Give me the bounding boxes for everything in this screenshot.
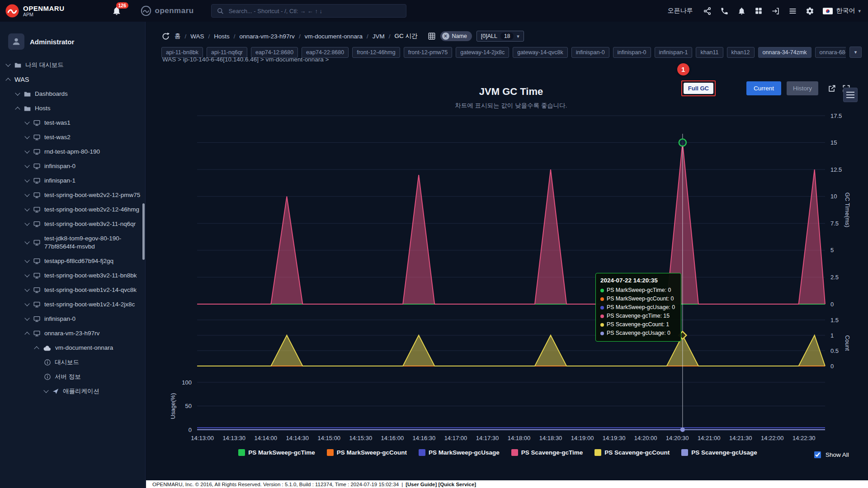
sidebar-item-label: test-was1 bbox=[44, 119, 71, 127]
gear-icon[interactable] bbox=[806, 7, 814, 15]
remove-filter-icon[interactable]: × bbox=[442, 33, 449, 40]
sidebar-item[interactable]: test-spring-boot-web3v2-11-nq6qr bbox=[0, 217, 145, 231]
tags-dropdown-button[interactable]: ▾ bbox=[849, 47, 862, 58]
sidebar-item[interactable]: test-was1 bbox=[0, 116, 145, 130]
jvm-gc-chart[interactable]: 02.557.51012.51517.5GC Time(ms)00.511.5C… bbox=[168, 108, 850, 445]
chevron-down-icon[interactable] bbox=[24, 119, 29, 124]
chevron-down-icon[interactable] bbox=[43, 388, 48, 393]
sidebar-item[interactable]: test-spring-boot-web2v2-12-46hmg bbox=[0, 202, 145, 217]
search-input[interactable] bbox=[228, 7, 401, 15]
sidebar-item[interactable]: Dashboards bbox=[0, 87, 145, 101]
tooltip-row: PS MarkSweep-gcCount: 0 bbox=[600, 295, 676, 303]
chevron-down-icon[interactable] bbox=[24, 315, 29, 320]
signout-icon[interactable] bbox=[771, 7, 780, 15]
chevron-up-icon[interactable] bbox=[5, 78, 10, 83]
sidebar-item[interactable]: 나의 대시보드 bbox=[0, 58, 145, 72]
chevron-up-icon[interactable] bbox=[34, 346, 39, 351]
chevron-up-icon[interactable] bbox=[15, 107, 20, 112]
show-all-checkbox[interactable] bbox=[814, 451, 821, 458]
tag-chip[interactable]: onnara-68-8db4h bbox=[815, 47, 846, 58]
show-all-toggle[interactable]: Show All bbox=[812, 450, 849, 460]
sidebar-item[interactable]: test-jdk8-tom9-egov-80-190-77bf8564f4-ms… bbox=[0, 231, 145, 254]
open-in-new-icon[interactable] bbox=[827, 84, 836, 93]
global-search[interactable] bbox=[211, 4, 406, 18]
breadcrumb-item[interactable]: GC 시간 bbox=[394, 32, 417, 40]
bell-icon[interactable] bbox=[737, 7, 746, 15]
sidebar-item[interactable]: testapp-6f8cd67b94-fj2gq bbox=[0, 254, 145, 268]
svg-text:0.5: 0.5 bbox=[830, 347, 839, 354]
sidebar-item[interactable]: onnara-vm-23-h97rv bbox=[0, 326, 145, 341]
all-selector[interactable]: [0]ALL 18 ▾ bbox=[476, 31, 524, 42]
chevron-down-icon[interactable] bbox=[24, 286, 29, 291]
chevron-down-icon[interactable] bbox=[15, 90, 20, 95]
brand[interactable]: OPENMARU APM bbox=[5, 4, 65, 18]
phone-icon[interactable] bbox=[720, 7, 729, 15]
history-button[interactable]: History bbox=[787, 81, 818, 95]
sidebar-item[interactable]: test-spring-boot-web1v2-14-qvc8k bbox=[0, 283, 145, 297]
chevron-down-icon[interactable] bbox=[5, 61, 10, 66]
tag-chip[interactable]: khan11 bbox=[696, 47, 723, 58]
chevron-down-icon[interactable] bbox=[24, 301, 29, 306]
sidebar-item[interactable]: 서버 정보 bbox=[0, 370, 145, 384]
language-selector[interactable]: 한국어 ▾ bbox=[823, 7, 861, 15]
chevron-down-icon[interactable] bbox=[24, 239, 29, 244]
tag-chip[interactable]: infinispan-0 bbox=[571, 47, 609, 58]
sidebar-item[interactable]: WAS bbox=[0, 72, 145, 87]
chevron-up-icon[interactable] bbox=[24, 332, 29, 337]
sidebar-scrollbar[interactable] bbox=[142, 203, 145, 260]
tag-chip[interactable]: onnara-34-74zmk bbox=[758, 47, 811, 58]
footer-links[interactable]: [User Guide] [Quick Service] bbox=[406, 482, 476, 487]
breadcrumb-item[interactable]: JVM bbox=[373, 33, 385, 40]
user-panel[interactable]: Administrator bbox=[0, 22, 145, 58]
chevron-down-icon[interactable] bbox=[24, 206, 29, 211]
tag-chip[interactable]: gateway-14-qvc8k bbox=[513, 47, 567, 58]
tag-chip[interactable]: infinispan-0 bbox=[613, 47, 651, 58]
tag-chip[interactable]: khan12 bbox=[727, 47, 755, 58]
chevron-down-icon[interactable] bbox=[24, 221, 29, 225]
legend-item[interactable]: PS MarkSweep-gcUsage bbox=[419, 449, 500, 456]
chevron-down-icon[interactable] bbox=[24, 163, 29, 168]
chevron-down-icon[interactable] bbox=[24, 134, 29, 139]
breadcrumb-item[interactable]: vm-document-onnara bbox=[305, 33, 363, 40]
sidebar-item[interactable]: rnd-test-apm-80-190 bbox=[0, 145, 145, 159]
chevron-down-icon[interactable] bbox=[24, 148, 29, 153]
legend-item[interactable]: PS Scavenge-gcCount bbox=[594, 449, 670, 456]
menu-icon[interactable] bbox=[788, 7, 797, 15]
tag-chip[interactable]: front-12-46hmg bbox=[352, 47, 400, 58]
full-gc-button[interactable]: Full GC bbox=[684, 83, 713, 94]
breadcrumb-item[interactable]: onnara-vm-23-h97rv bbox=[240, 33, 295, 40]
current-button[interactable]: Current bbox=[746, 81, 781, 95]
sidebar-item[interactable]: vm-document-onnara bbox=[0, 341, 145, 355]
sidebar-item[interactable]: test-spring-boot-web2v2-12-pmw75 bbox=[0, 188, 145, 202]
chevron-down-icon[interactable] bbox=[24, 258, 29, 263]
breadcrumb-item[interactable]: WAS bbox=[190, 33, 204, 40]
breadcrumb-item[interactable]: Hosts bbox=[214, 33, 230, 40]
legend-item[interactable]: PS MarkSweep-gcCount bbox=[327, 449, 407, 456]
apps-icon[interactable] bbox=[755, 7, 763, 15]
chevron-down-icon[interactable] bbox=[24, 272, 29, 277]
tag-chip[interactable]: front-12-pmw75 bbox=[404, 47, 453, 58]
share-icon[interactable] bbox=[703, 7, 712, 15]
tag-chip[interactable]: infinispan-1 bbox=[655, 47, 693, 58]
chevron-down-icon[interactable] bbox=[24, 177, 29, 182]
breadcrumb-item[interactable]: 홈 bbox=[175, 32, 181, 40]
chevron-down-icon[interactable] bbox=[24, 192, 29, 197]
sidebar-item[interactable]: 대시보드 bbox=[0, 355, 145, 370]
sidebar-item[interactable]: 애플리케이션 bbox=[0, 384, 145, 399]
legend-item[interactable]: PS MarkSweep-gcTime bbox=[238, 449, 315, 456]
legend-item[interactable]: PS Scavenge-gcUsage bbox=[681, 449, 757, 456]
refresh-icon[interactable] bbox=[161, 32, 170, 41]
name-filter-chip[interactable]: × Name bbox=[440, 31, 472, 41]
sidebar-item[interactable]: infinispan-0 bbox=[0, 159, 145, 174]
sidebar-item[interactable]: test-was2 bbox=[0, 130, 145, 145]
chart-menu-button[interactable] bbox=[843, 88, 858, 102]
sidebar-item[interactable]: infinispan-0 bbox=[0, 312, 145, 326]
notifications-bell-icon[interactable]: 126 bbox=[112, 6, 122, 16]
sidebar-item[interactable]: Hosts bbox=[0, 101, 145, 116]
tag-chip[interactable]: gateway-14-2jx8c bbox=[456, 47, 509, 58]
sidebar-item[interactable]: test-spring-boot-web1v2-14-2jx8c bbox=[0, 297, 145, 312]
sidebar-item[interactable]: test-spring-boot-web3v2-11-bn8bk bbox=[0, 268, 145, 283]
legend-item[interactable]: PS Scavenge-gcTime bbox=[511, 449, 583, 456]
grid-view-icon[interactable] bbox=[428, 32, 436, 40]
sidebar-item[interactable]: infinispan-1 bbox=[0, 174, 145, 188]
